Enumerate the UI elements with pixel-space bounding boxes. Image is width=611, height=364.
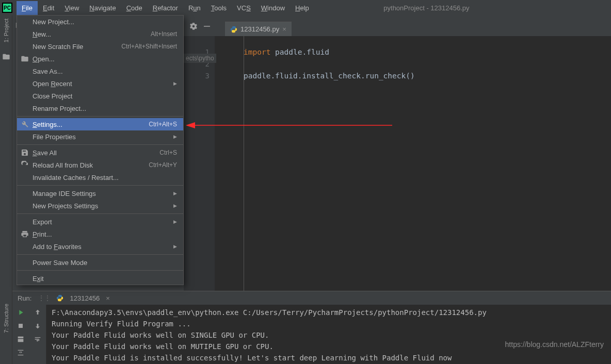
- menubar: PC FileEditViewNavigateCodeRefactorRunTo…: [0, 0, 611, 15]
- app-icon: PC: [2, 3, 12, 13]
- menu-view[interactable]: View: [59, 1, 84, 15]
- menu-item-label: New Scratch File: [33, 43, 83, 51]
- menu-item-rename-project[interactable]: Rename Project...: [17, 102, 183, 114]
- menu-item-label: Print...: [33, 230, 52, 238]
- menu-window[interactable]: Window: [256, 1, 290, 15]
- editor-area: 12312456.py × 1 2 3 import paddle.fluid …: [184, 15, 611, 291]
- shortcut: Alt+Insert: [151, 30, 177, 38]
- menu-item-label: Export: [33, 218, 52, 226]
- menu-code[interactable]: Code: [121, 1, 148, 15]
- layout-icon[interactable]: [17, 335, 25, 343]
- menu-item-label: Rename Project...: [33, 105, 86, 112]
- scroll-icon[interactable]: [17, 349, 25, 357]
- menu-edit[interactable]: Edit: [38, 1, 59, 15]
- svg-rect-0: [204, 26, 210, 27]
- menu-item-label: Invalidate Caches / Restart...: [33, 174, 119, 181]
- line-number: 3: [184, 70, 215, 82]
- svg-rect-2: [18, 337, 24, 338]
- menu-item-label: Open Recent: [33, 80, 72, 88]
- menu-run[interactable]: Run: [183, 1, 206, 15]
- menu-item-manage-ide-settings[interactable]: Manage IDE Settings▶: [17, 187, 183, 200]
- structure-tool-tab[interactable]: 7: Structure: [3, 304, 9, 333]
- menu-item-new-projects-settings[interactable]: New Projects Settings▶: [17, 200, 183, 212]
- menu-item-power-save-mode[interactable]: Power Save Mode: [17, 256, 183, 269]
- file-menu-dropdown: New Project...New...Alt+InsertNew Scratc…: [17, 15, 184, 285]
- chevron-right-icon: ▶: [173, 219, 177, 224]
- window-title: pythonProject - 12312456.py: [314, 4, 611, 12]
- menu-item-reload-all-from-disk[interactable]: Reload All from DiskCtrl+Alt+Y: [17, 159, 183, 171]
- python-icon: [230, 26, 237, 33]
- menu-item-label: File Properties: [33, 133, 76, 141]
- run-label: Run:: [18, 294, 31, 302]
- editor-toolbar: 12312456.py ×: [184, 15, 611, 36]
- shortcut: Ctrl+Alt+Y: [149, 161, 177, 169]
- menu-file[interactable]: File: [17, 1, 38, 15]
- left-tool-strip: 1: Project 7: Structure: [0, 15, 12, 364]
- wrap-icon[interactable]: [34, 335, 42, 343]
- shortcut: Ctrl+Alt+Shift+Insert: [121, 43, 177, 50]
- grip-icon[interactable]: ⋮⋮: [38, 294, 50, 302]
- run-toolstrip: [12, 305, 46, 364]
- project-tool-tab[interactable]: 1: Project: [3, 19, 9, 42]
- stop-icon[interactable]: [17, 322, 25, 330]
- print-icon: [21, 230, 29, 238]
- down-icon[interactable]: [34, 322, 42, 330]
- chevron-right-icon: ▶: [173, 81, 177, 86]
- gutter: 1 2 3: [184, 36, 215, 291]
- menu-item-open[interactable]: Open...: [17, 53, 183, 65]
- folder-icon[interactable]: [2, 53, 10, 61]
- keyword: import: [244, 48, 270, 56]
- menu-item-open-recent[interactable]: Open Recent▶: [17, 77, 183, 90]
- menu-item-exit[interactable]: Exit: [17, 272, 183, 285]
- save-icon: [21, 148, 29, 157]
- menu-item-invalidate-caches-restart[interactable]: Invalidate Caches / Restart...: [17, 171, 183, 184]
- chevron-right-icon: ▶: [173, 191, 177, 196]
- menu-item-label: Power Save Mode: [33, 259, 87, 267]
- menu-item-label: New...: [33, 30, 51, 38]
- editor-tab[interactable]: 12312456.py ×: [225, 22, 292, 36]
- menu-navigate[interactable]: Navigate: [84, 1, 121, 15]
- menu-item-label: Save All: [33, 149, 57, 157]
- menu-refactor[interactable]: Refactor: [148, 1, 183, 15]
- run-output[interactable]: F:\Anacondapy3.5\envs\paddle_env\python.…: [52, 307, 606, 362]
- menu-item-file-properties[interactable]: File Properties▶: [17, 130, 183, 143]
- up-icon[interactable]: [34, 308, 42, 317]
- menu-help[interactable]: Help: [290, 1, 314, 15]
- menu-item-label: New Project...: [33, 18, 74, 26]
- menu-item-save-all[interactable]: Save AllCtrl+S: [17, 146, 183, 159]
- shortcut: Ctrl+S: [159, 149, 177, 156]
- menu-item-add-to-favorites[interactable]: Add to Favorites▶: [17, 240, 183, 253]
- python-icon: [56, 294, 63, 302]
- svg-rect-3: [18, 339, 24, 342]
- code-content[interactable]: import paddle.fluid paddle.fluid.install…: [244, 46, 415, 82]
- menu-item-new-scratch-file[interactable]: New Scratch FileCtrl+Alt+Shift+Insert: [17, 40, 183, 53]
- menu-vcs[interactable]: VCS: [232, 1, 256, 15]
- menu-item-label: Manage IDE Settings: [33, 190, 96, 197]
- menu-item-print[interactable]: Print...: [17, 228, 183, 240]
- chevron-right-icon: ▶: [173, 203, 177, 208]
- close-icon[interactable]: ×: [282, 25, 286, 33]
- menu-item-close-project[interactable]: Close Project: [17, 90, 183, 102]
- menu-tools[interactable]: Tools: [206, 1, 232, 15]
- code-text: paddle.fluid.install_check.run_check(): [244, 72, 415, 80]
- menu-item-new[interactable]: New...Alt+Insert: [17, 28, 183, 40]
- minus-icon[interactable]: [202, 22, 212, 31]
- chevron-right-icon: ▶: [173, 244, 177, 249]
- run-panel: Run: ⋮⋮ 12312456 × F:\Anacondapy3.5\envs…: [12, 291, 611, 364]
- menu-item-export[interactable]: Export▶: [17, 216, 183, 228]
- reload-icon: [21, 161, 29, 169]
- menu-item-label: Exit: [33, 275, 44, 283]
- run-config-name[interactable]: 12312456: [70, 294, 100, 302]
- chevron-right-icon: ▶: [173, 134, 177, 139]
- menu-item-settings[interactable]: Settings...Ctrl+Alt+S: [17, 118, 183, 130]
- menu-item-label: Save As...: [33, 68, 63, 75]
- play-icon[interactable]: [17, 308, 25, 317]
- editor-tab-label: 12312456.py: [240, 25, 279, 33]
- watermark: https://blog.csdn.net/ALZFterry: [505, 340, 604, 349]
- menu-item-label: Close Project: [33, 92, 72, 100]
- folder-icon: [21, 55, 29, 63]
- close-icon[interactable]: ×: [106, 294, 110, 302]
- gear-icon[interactable]: [189, 22, 198, 31]
- menu-item-save-as[interactable]: Save As...: [17, 65, 183, 77]
- menu-item-new-project[interactable]: New Project...: [17, 15, 183, 28]
